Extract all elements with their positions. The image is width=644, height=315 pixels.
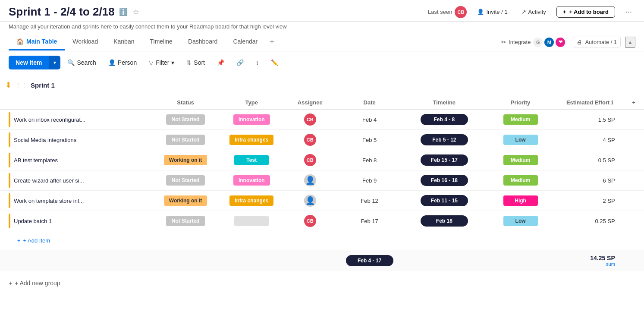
status-badge[interactable]: Not Started	[166, 114, 205, 125]
priority-badge[interactable]: High	[503, 195, 538, 206]
add-tab-button[interactable]: +	[265, 33, 279, 51]
timeline-badge[interactable]: Feb 11 - 15	[421, 195, 468, 206]
pin-icon: 📌	[217, 59, 224, 66]
activity-button[interactable]: ↗ Activity	[518, 7, 550, 17]
formula-button[interactable]: ✏️	[266, 57, 283, 69]
priority-badge[interactable]: Medium	[503, 155, 538, 165]
add-to-board-button[interactable]: + + Add to board	[556, 6, 615, 18]
invite-button[interactable]: 👤 Invite / 1	[474, 7, 511, 17]
effort-info-icon[interactable]: ℹ	[611, 100, 613, 106]
sprint-table: ⬇ ⋮⋮ Sprint 1 Status Type Assignee Date …	[0, 74, 644, 271]
group-color-bar	[9, 173, 10, 188]
tab-kanban[interactable]: Kanban	[106, 34, 142, 50]
new-item-dropdown-button[interactable]: ▾	[49, 56, 60, 69]
timeline-badge[interactable]: Feb 4 - 8	[421, 114, 468, 125]
filter-button[interactable]: ▽ Filter ▾	[144, 57, 179, 69]
status-badge[interactable]: Not Started	[166, 216, 205, 226]
person-filter-button[interactable]: 👤 Person	[103, 57, 142, 69]
item-name: Create wizard after user si...	[14, 177, 84, 184]
col-header-name	[0, 96, 153, 110]
item-name-cell: Work on template store inf... ⊕	[5, 193, 148, 208]
group-name: Sprint 1	[31, 82, 55, 89]
timeline-badge[interactable]: Feb 5 - 12	[421, 134, 468, 145]
activity-icon: ↗	[521, 9, 526, 15]
row-height-icon: ↕	[256, 59, 259, 66]
link-button[interactable]: 🔗	[231, 57, 249, 69]
status-badge[interactable]: Not Started	[166, 135, 205, 145]
date-cell: Feb 9	[336, 170, 404, 191]
item-name: Work on inbox reconfigurat...	[14, 117, 85, 123]
info-icon[interactable]: ℹ️	[118, 7, 129, 17]
status-badge[interactable]: Not Started	[166, 175, 205, 186]
status-badge[interactable]: Working on it	[164, 155, 207, 165]
status-badge[interactable]: Working on it	[164, 195, 207, 206]
pin-button[interactable]: 📌	[212, 57, 229, 69]
sort-button[interactable]: ⇅ Sort	[181, 57, 210, 69]
collapse-tabs-button[interactable]: ▲	[625, 37, 635, 48]
type-badge[interactable]	[234, 216, 269, 226]
effort-cell: 0.5 SP	[556, 150, 624, 170]
type-badge[interactable]: Infra changes	[229, 195, 273, 206]
new-item-main-button[interactable]: New Item	[9, 56, 49, 69]
add-item-button[interactable]: ++ Add Item	[0, 235, 67, 246]
add-group-button[interactable]: + + Add new group	[9, 280, 60, 287]
group-drag-icon[interactable]: ⋮⋮	[15, 82, 27, 88]
last-seen-label: Last seen	[428, 9, 452, 15]
type-badge[interactable]: Test	[234, 155, 269, 165]
search-button[interactable]: 🔍 Search	[62, 57, 101, 69]
filter-icon: ▽	[149, 59, 154, 66]
priority-badge[interactable]: Medium	[503, 114, 538, 125]
effort-cell: 2 SP	[556, 191, 624, 211]
tab-timeline[interactable]: Timeline	[142, 34, 180, 50]
item-name: Social Media integrations	[14, 137, 76, 143]
search-icon: 🔍	[67, 59, 75, 66]
tab-main-table[interactable]: 🏠 Main Table	[9, 34, 65, 50]
timeline-badge[interactable]: Feb 15 - 17	[421, 154, 468, 166]
type-badge[interactable]: Innovation	[233, 175, 270, 186]
assignee-avatar: CB	[304, 154, 316, 166]
timeline-badge[interactable]: Feb 18	[421, 215, 468, 227]
col-add-button[interactable]: +	[624, 96, 644, 110]
star-icon[interactable]: ☆	[132, 7, 140, 17]
col-header-status: Status	[153, 96, 219, 110]
item-name: AB test templates	[14, 157, 58, 164]
type-badge[interactable]: Innovation	[233, 114, 270, 125]
link-icon: 🔗	[236, 59, 244, 66]
new-item-button[interactable]: New Item ▾	[9, 56, 60, 69]
app3-icon: ❤	[556, 38, 565, 47]
integrate-button[interactable]: ✂ Integrate G M ❤	[498, 36, 569, 49]
group-toggle-icon[interactable]: ⬇	[5, 80, 12, 90]
tab-calendar[interactable]: Calendar	[225, 34, 265, 50]
priority-badge[interactable]: Medium	[503, 175, 538, 186]
timeline-badge[interactable]: Feb 16 - 18	[421, 175, 468, 186]
group-color-bar	[9, 112, 10, 127]
item-name-cell: Create wizard after user si... ⊕	[5, 173, 148, 188]
col-header-type: Type	[219, 96, 285, 110]
priority-badge[interactable]: Low	[503, 216, 538, 226]
more-options-button[interactable]: ···	[622, 6, 635, 18]
automate-button[interactable]: 🖨 Automate / 1	[573, 37, 621, 47]
group-color-bar	[9, 132, 10, 147]
home-icon: 🏠	[16, 38, 24, 45]
header-right: Last seen CB 👤 Invite / 1 ↗ Activity + +…	[428, 6, 635, 18]
priority-badge[interactable]: Low	[503, 135, 538, 145]
table-row: Create wizard after user si... ⊕ Not Sta…	[0, 170, 644, 191]
row-height-button[interactable]: ↕	[251, 57, 264, 69]
sort-icon: ⇅	[186, 59, 192, 66]
tab-workload[interactable]: Workload	[65, 34, 106, 50]
add-item-row: ++ Add Item	[0, 231, 644, 250]
summary-total: 14.25 SP	[561, 255, 615, 261]
formula-icon: ✏️	[271, 59, 278, 66]
tab-dashboard[interactable]: Dashboard	[180, 34, 226, 50]
col-header-effort: Estimated Effort ℹ	[556, 96, 624, 110]
type-badge[interactable]: Infra changes	[229, 135, 273, 145]
toolbar: New Item ▾ 🔍 Search 👤 Person ▽ Filter ▾ …	[0, 51, 644, 74]
item-name-cell: Work on inbox reconfigurat... ⊕	[5, 112, 148, 127]
date-cell: Feb 8	[336, 150, 404, 170]
automate-icon: 🖨	[577, 39, 582, 45]
person-icon: 👤	[477, 9, 484, 15]
col-header-date: Date	[336, 96, 404, 110]
assignee-avatar-empty: 👤	[304, 174, 316, 186]
table-row: Work on inbox reconfigurat... ⊕ Not Star…	[0, 110, 644, 130]
tab-right-actions: ✂ Integrate G M ❤ 🖨 Automate / 1 ▲	[498, 36, 635, 49]
